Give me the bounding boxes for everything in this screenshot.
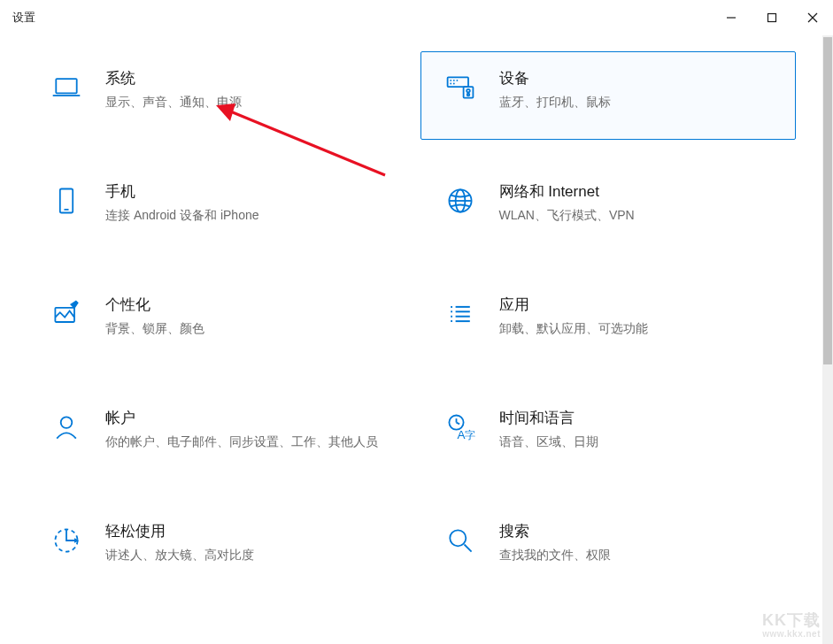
window-title: 设置 <box>12 10 35 26</box>
svg-point-29 <box>61 417 73 428</box>
scrollbar-track[interactable] <box>822 35 833 644</box>
person-icon <box>47 408 86 447</box>
window-controls <box>711 0 833 35</box>
tile-phone[interactable]: 手机 连接 Android 设备和 iPhone <box>27 165 403 253</box>
phone-icon <box>47 181 86 220</box>
svg-line-32 <box>456 423 459 425</box>
svg-text:字: 字 <box>465 429 475 441</box>
tile-subtitle: WLAN、飞行模式、VPN <box>499 207 778 225</box>
svg-line-38 <box>464 545 471 552</box>
tile-time-language[interactable]: A 字 时间和语言 语音、区域、日期 <box>420 391 797 479</box>
ease-icon <box>47 521 86 560</box>
tile-subtitle: 显示、声音、通知、电源 <box>105 94 384 111</box>
content-area: 系统 显示、声音、通知、电源 设备 <box>0 35 822 644</box>
tile-title: 设备 <box>499 68 778 88</box>
tile-title: 搜索 <box>499 521 778 541</box>
titlebar: 设置 <box>0 0 833 35</box>
close-button[interactable] <box>792 0 833 35</box>
tile-devices[interactable]: 设备 蓝牙、打印机、鼠标 <box>420 51 797 140</box>
tile-title: 网络和 Internet <box>499 181 778 202</box>
tile-title: 系统 <box>105 68 384 88</box>
svg-point-37 <box>450 530 466 546</box>
tile-subtitle: 你的帐户、电子邮件、同步设置、工作、其他人员 <box>105 433 384 451</box>
search-icon <box>441 521 480 560</box>
list-icon <box>441 295 480 334</box>
tile-subtitle: 连接 Android 设备和 iPhone <box>105 207 384 225</box>
svg-rect-1 <box>768 14 776 22</box>
settings-grid: 系统 显示、声音、通知、电源 设备 <box>0 51 822 593</box>
tile-subtitle: 语音、区域、日期 <box>499 433 778 451</box>
maximize-button[interactable] <box>752 0 792 35</box>
tile-title: 轻松使用 <box>105 521 384 541</box>
tile-ease-of-access[interactable]: 轻松使用 讲述人、放大镜、高对比度 <box>27 504 403 593</box>
tile-subtitle: 卸载、默认应用、可选功能 <box>499 320 778 338</box>
scrollbar-thumb[interactable] <box>823 37 832 364</box>
tile-network[interactable]: 网络和 Internet WLAN、飞行模式、VPN <box>420 165 797 253</box>
tile-title: 手机 <box>105 181 384 202</box>
minimize-button[interactable] <box>711 0 752 35</box>
laptop-icon <box>47 68 86 107</box>
svg-point-14 <box>467 94 469 96</box>
tile-search[interactable]: 搜索 查找我的文件、权限 <box>420 504 797 593</box>
tile-title: 时间和语言 <box>499 408 778 428</box>
tile-apps[interactable]: 应用 卸载、默认应用、可选功能 <box>420 278 797 366</box>
tile-personalization[interactable]: 个性化 背景、锁屏、颜色 <box>27 278 403 366</box>
tile-title: 应用 <box>499 295 778 315</box>
tile-title: 帐户 <box>105 408 384 428</box>
svg-rect-4 <box>56 79 76 93</box>
tile-subtitle: 查找我的文件、权限 <box>499 547 778 564</box>
paint-icon <box>47 295 86 334</box>
devices-icon <box>441 68 480 107</box>
tile-system[interactable]: 系统 显示、声音、通知、电源 <box>27 51 403 140</box>
tile-subtitle: 讲述人、放大镜、高对比度 <box>105 547 384 564</box>
svg-point-13 <box>467 89 470 93</box>
globe-icon <box>441 181 480 220</box>
svg-text:A: A <box>457 428 465 441</box>
tile-subtitle: 蓝牙、打印机、鼠标 <box>499 94 778 111</box>
time-language-icon: A 字 <box>441 408 480 447</box>
tile-subtitle: 背景、锁屏、颜色 <box>105 320 384 338</box>
tile-accounts[interactable]: 帐户 你的帐户、电子邮件、同步设置、工作、其他人员 <box>27 391 403 479</box>
tile-title: 个性化 <box>105 295 384 315</box>
svg-rect-6 <box>447 77 467 87</box>
